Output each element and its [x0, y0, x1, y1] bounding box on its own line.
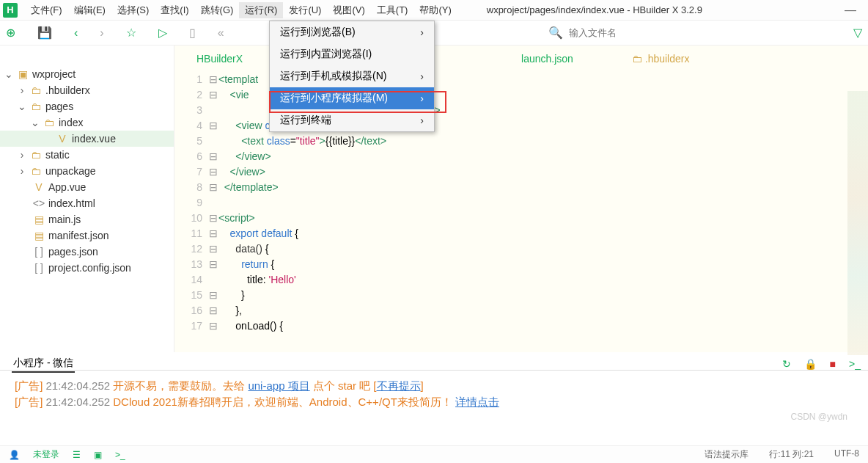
menu-help[interactable]: 帮助(Y)	[413, 2, 457, 18]
tree-static[interactable]: ›🗀static	[0, 147, 174, 163]
tree-indexhtml[interactable]: <>index.html	[0, 195, 174, 211]
menu-view[interactable]: 视图(V)	[327, 2, 370, 18]
console-lock-icon[interactable]: 🔒	[804, 358, 817, 370]
console-line: [广告] 21:42:04.252 开源不易，需要鼓励。去给 uni-app 项…	[15, 378, 853, 394]
minimap[interactable]	[847, 91, 868, 355]
search-input[interactable]	[569, 27, 657, 38]
tree-manifest[interactable]: ▤manifest.json	[0, 227, 174, 244]
search-icon[interactable]: 🔍	[548, 26, 563, 40]
filter-icon[interactable]: ▽	[853, 26, 862, 40]
dd-run-terminal[interactable]: 运行到终端›	[270, 109, 434, 131]
menu-goto[interactable]: 跳转(G)	[195, 2, 240, 18]
status-icon2[interactable]: ▣	[94, 450, 102, 460]
console-stop-icon[interactable]: ■	[830, 358, 836, 370]
tree-appvue[interactable]: VApp.vue	[0, 179, 174, 195]
menu-edit[interactable]: 编辑(E)	[68, 2, 111, 18]
console-refresh-icon[interactable]: ↻	[782, 358, 791, 370]
console: [广告] 21:42:04.252 开源不易，需要鼓励。去给 uni-app 项…	[0, 370, 868, 418]
more-icon[interactable]: «	[218, 26, 224, 40]
dismiss-link[interactable]: 不再提示	[377, 379, 421, 392]
menu-release[interactable]: 发行(U)	[283, 2, 327, 18]
login-status[interactable]: 未登录	[33, 448, 59, 461]
dd-run-browser[interactable]: 运行到浏览器(B)›	[270, 21, 434, 43]
run-dropdown: 运行到浏览器(B)› 运行到内置浏览器(I) 运行到手机或模拟器(N)› 运行到…	[269, 21, 435, 132]
tree-root[interactable]: ⌄▣wxproject	[0, 66, 174, 82]
tree-hbuilderx[interactable]: ›🗀.hbuilderx	[0, 82, 174, 98]
uniapp-link[interactable]: uni-app 项目	[248, 379, 309, 392]
menu-tools[interactable]: 工具(T)	[371, 2, 414, 18]
run-icon[interactable]: ▷	[158, 26, 167, 40]
menu-select[interactable]: 选择(S)	[111, 2, 155, 18]
statusbar: 👤 未登录 ☰ ▣ >_ 语法提示库 行:11 列:21 UTF-8	[0, 445, 868, 463]
console-toolbar: ↻ 🔒 ■ >_	[782, 358, 861, 370]
tab-launchjson[interactable]: launch.json	[521, 53, 573, 65]
forward-icon[interactable]: ›	[100, 26, 103, 40]
tree-indexvue[interactable]: Vindex.vue	[0, 131, 174, 147]
window-title: wxproject/pages/index/index.vue - HBuild…	[487, 4, 702, 15]
search-area: 🔍 ▽	[548, 26, 862, 40]
dd-run-miniprogram[interactable]: 运行到小程序模拟器(M)›	[270, 87, 434, 109]
tree-unpackage[interactable]: ›🗀unpackage	[0, 163, 174, 179]
tree-mainjs[interactable]: ▤main.js	[0, 211, 174, 227]
tree-pages[interactable]: ⌄🗀pages	[0, 98, 174, 114]
tree-index[interactable]: ⌄🗀index	[0, 114, 174, 131]
menu-find[interactable]: 查找(I)	[155, 2, 194, 18]
menubar: H 文件(F) 编辑(E) 选择(S) 查找(I) 跳转(G) 运行(R) 发行…	[0, 0, 868, 21]
minimize-button[interactable]: —	[836, 4, 865, 17]
console-line: [广告] 21:42:04.252 DCloud 2021新春招聘开启，欢迎前端…	[15, 394, 853, 410]
console-terminal-icon[interactable]: >_	[849, 358, 861, 370]
app-logo: H	[3, 3, 18, 18]
encoding[interactable]: UTF-8	[834, 448, 859, 461]
menu-run[interactable]: 运行(R)	[239, 2, 283, 18]
status-icon3[interactable]: >_	[115, 450, 125, 460]
file-tree: ⌄▣wxproject ›🗀.hbuilderx ⌄🗀pages ⌄🗀index…	[0, 45, 174, 352]
cursor-pos: 行:11 列:21	[769, 448, 814, 461]
tab-hbuilderx-folder[interactable]: 🗀 .hbuilderx	[632, 53, 690, 65]
new-file-icon[interactable]: ⊕	[6, 26, 15, 40]
star-icon[interactable]: ☆	[126, 26, 136, 40]
tree-projconf[interactable]: [ ]project.config.json	[0, 260, 174, 276]
syntax-lib[interactable]: 语法提示库	[705, 448, 749, 461]
save-icon[interactable]: 💾	[37, 26, 52, 40]
tree-pagesjson[interactable]: [ ]pages.json	[0, 244, 174, 260]
watermark: CSDN @ywdn	[790, 412, 847, 422]
back-icon[interactable]: ‹	[74, 26, 78, 40]
menu-file[interactable]: 文件(F)	[25, 2, 68, 18]
dd-run-phone[interactable]: 运行到手机或模拟器(N)›	[270, 65, 434, 87]
user-icon[interactable]: 👤	[9, 450, 20, 460]
dd-run-builtin[interactable]: 运行到内置浏览器(I)	[270, 43, 434, 65]
phone-icon[interactable]: ▯	[189, 26, 196, 40]
status-icon1[interactable]: ☰	[73, 450, 81, 460]
tab-hbuilderx[interactable]: HBuilderX	[196, 53, 243, 65]
detail-link[interactable]: 详情点击	[455, 395, 499, 408]
console-tab[interactable]: 小程序 - 微信	[0, 352, 868, 370]
